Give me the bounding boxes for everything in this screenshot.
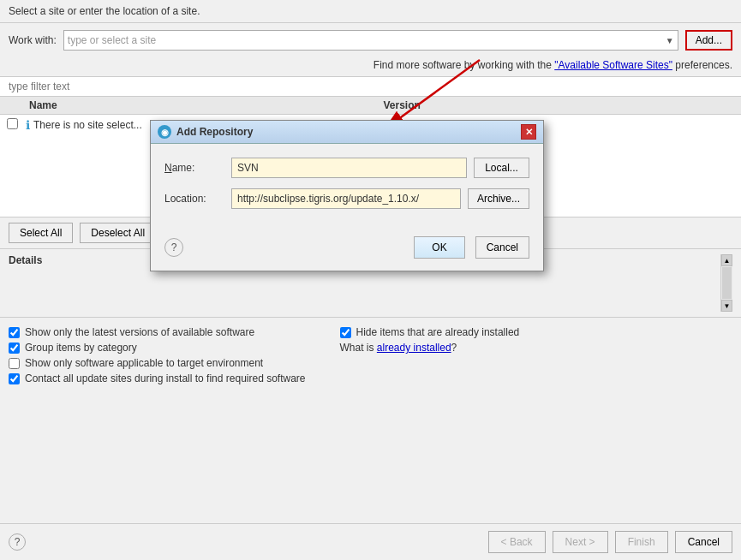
instruction-bar: Select a site or enter the location of a… [0,0,741,23]
dialog-close-button[interactable]: ✕ [521,124,536,140]
checkbox-row-3: Show only software applicable to target … [9,357,306,369]
find-more-prefix: Find more software by working with the [373,59,554,71]
already-installed-link[interactable]: already installed [377,342,451,354]
ok-button[interactable]: OK [414,236,464,259]
checkbox-row-4: Contact all update sites during install … [9,372,306,384]
checkbox-row-6: What is already installed? [340,342,520,354]
help-button[interactable]: ? [9,533,26,551]
cb-hide-installed-label: Hide items that are already installed [356,326,520,338]
col-name-header: Name [26,99,380,111]
cb-hide-installed[interactable] [340,327,351,338]
select-all-button[interactable]: Select All [9,223,73,243]
info-icon: ℹ [26,118,30,132]
local-button[interactable]: Local... [474,158,529,178]
checkbox-row-2: Group items by category [9,342,306,354]
cb-target-env-label: Show only software applicable to target … [25,357,263,369]
scroll-up-icon[interactable]: ▲ [721,254,732,266]
dialog-footer: ? OK Cancel [151,229,543,271]
no-site-text: There is no site select... [33,119,142,131]
checkboxes-area: Show only the latest versions of availab… [0,318,741,393]
find-more-suffix: preferences. [675,59,732,71]
cb-contact-sites-label: Contact all update sites during install … [25,372,306,384]
modal-cancel-button[interactable]: Cancel [475,236,529,259]
main-panel: Select a site or enter the location of a… [0,0,741,560]
location-field-row: Location: Archive... [164,188,529,209]
work-with-placeholder: type or select a site [68,34,156,46]
header-checkbox-col [0,99,26,111]
details-scrollbar[interactable]: ▲ ▼ [720,254,732,312]
dialog-icon: ◉ [158,125,171,139]
deselect-all-button[interactable]: Deselect All [80,223,156,243]
work-with-combo[interactable]: type or select a site ▼ [63,30,678,51]
dialog-titlebar: ◉ Add Repository ✕ [151,121,543,144]
name-input[interactable] [231,158,467,178]
spacer [0,393,741,523]
checkbox-row-5: Hide items that are already installed [340,326,520,338]
work-with-row: Work with: type or select a site ▼ Add..… [0,23,741,57]
col-version-header: Version [380,99,561,111]
cb-target-env[interactable] [9,358,20,369]
scroll-thumb[interactable] [722,267,732,299]
cb-group-by-category-label: Group items by category [25,342,137,354]
combo-arrow-icon: ▼ [666,36,674,45]
add-button[interactable]: Add... [685,30,732,51]
name-label-underline: N [164,162,172,174]
filter-input[interactable] [9,80,732,92]
what-is-suffix: ? [451,342,457,354]
scroll-down-icon[interactable]: ▼ [721,300,732,312]
dialog-help-button[interactable]: ? [164,238,183,257]
checkbox-row-1: Show only the latest versions of availab… [9,326,306,338]
col-extra-header [560,99,741,111]
back-button[interactable]: < Back [488,531,546,553]
dialog-title: Add Repository [176,126,516,138]
what-is-label: What is already installed? [340,342,457,354]
bottom-bar: ? < Back Next > Finish Cancel [0,523,741,560]
next-button[interactable]: Next > [553,531,608,553]
add-repository-dialog: ◉ Add Repository ✕ Name: Local... Locati… [150,120,544,271]
instruction-text: Select a site or enter the location of a… [9,5,200,17]
cb-latest-versions-label: Show only the latest versions of availab… [25,326,254,338]
row-checkbox-input[interactable] [7,118,18,129]
filter-row [0,76,741,97]
name-field-row: Name: Local... [164,158,529,178]
work-with-label: Work with: [9,34,57,46]
table-header: Name Version [0,97,741,115]
row-checkbox[interactable] [0,118,26,132]
cancel-button[interactable]: Cancel [675,531,732,553]
cb-contact-sites[interactable] [9,373,20,384]
cb-group-by-category[interactable] [9,343,20,354]
available-software-sites-link[interactable]: "Available Software Sites" [554,59,672,71]
dialog-body: Name: Local... Location: Archive... [151,144,543,229]
location-input[interactable] [231,188,461,209]
location-label: Location: [164,193,224,205]
name-label: Name: [164,162,224,174]
cb-latest-versions[interactable] [9,327,20,338]
find-more-row: Find more software by working with the "… [0,57,741,76]
finish-button[interactable]: Finish [615,531,668,553]
archive-button[interactable]: Archive... [468,188,529,209]
